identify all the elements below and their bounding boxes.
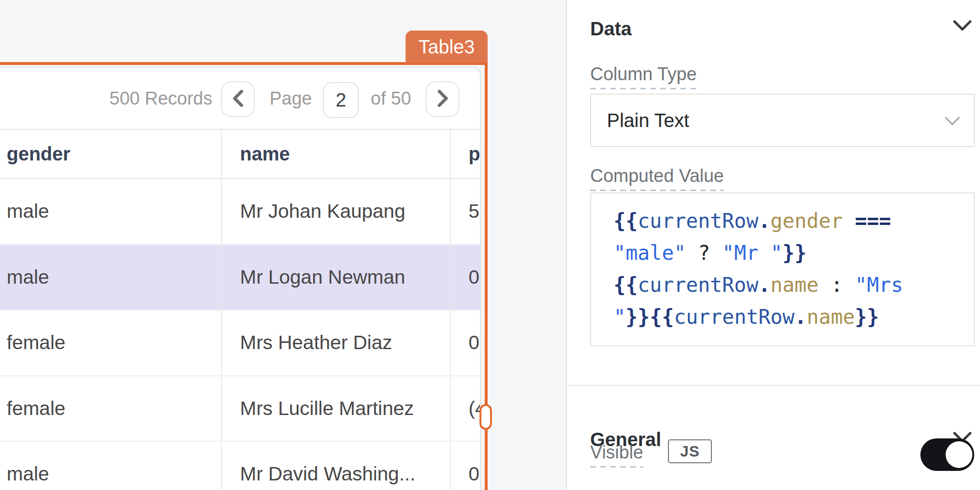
widget-name-label: Table3 [418,36,475,58]
column-header-p[interactable]: p [451,130,480,178]
canvas: Table3 500 Records Page of 50 gender nam… [0,0,980,490]
computed-value-label: Computed Value [590,166,724,191]
code-line: "}}{{currentRow.name}} [614,301,974,333]
table-row[interactable]: maleMr Johan Kaupang5 [0,179,480,245]
cell-name: Mr Logan Newman [222,245,451,310]
chevron-down-icon [944,117,960,128]
code-line: {{currentRow.gender === [614,205,974,237]
section-divider [567,385,980,386]
cell-name: Mr Johan Kaupang [222,179,451,244]
cell-name: Mrs Lucille Martinez [222,376,451,441]
cell-gender: male [0,245,222,310]
widget-resize-handle[interactable] [480,404,492,430]
column-type-label: Column Type [590,64,697,89]
visible-label: Visible [590,442,643,468]
total-pages-label: of 50 [371,87,411,109]
data-section-collapse-button[interactable] [951,18,973,35]
cell-name: Mr David Washing... [222,442,451,490]
table-row[interactable]: femaleMrs Heather Diaz0 [0,310,480,376]
widget-name-tab[interactable]: Table3 [406,31,488,63]
column-header-name[interactable]: name [222,130,451,178]
cell-name: Mrs Heather Diaz [222,310,451,375]
visible-toggle-switch[interactable] [920,438,974,471]
prev-page-button[interactable] [221,81,255,117]
table-row[interactable]: maleMr David Washing...0 [0,442,480,490]
toggle-knob [946,441,972,468]
page-number-input[interactable] [323,82,359,118]
cell-gender: female [0,376,222,441]
cell-gender: male [0,442,222,490]
cell-p: 0 [451,310,480,375]
cell-p: 0 [451,245,480,310]
table-row[interactable]: femaleMrs Lucille Martinez(4 [0,376,480,442]
cell-gender: male [0,179,222,244]
table-row[interactable]: maleMr Logan Newman0 [0,245,480,311]
table-widget: 500 Records Page of 50 gender name p mal… [0,67,481,490]
cell-p: 5 [451,179,480,244]
chevron-down-icon [953,20,972,33]
chevron-right-icon [436,89,450,109]
chevron-left-icon [231,89,245,109]
js-badge-label: JS [680,443,699,460]
table-body: maleMr Johan Kaupang5maleMr Logan Newman… [0,179,480,490]
section-title-data[interactable]: Data [590,18,632,40]
column-header-gender[interactable]: gender [0,130,222,178]
code-line: {{currentRow.name : "Mrs [614,269,974,301]
column-type-value: Plain Text [607,110,689,131]
table-header-row: gender name p [0,129,480,179]
column-type-dropdown[interactable]: Plain Text [590,94,975,147]
code-line: "male" ? "Mr "}} [614,237,974,269]
cell-p: (4 [451,376,480,441]
records-count-label: 500 Records [86,87,212,109]
visible-js-toggle-badge[interactable]: JS [668,439,712,463]
cell-gender: female [0,310,222,375]
cell-p: 0 [451,442,480,490]
computed-value-code-editor[interactable]: {{currentRow.gender ==="male" ? "Mr "}}{… [590,192,975,346]
properties-panel: Data Column Type Plain Text Computed Val… [567,0,980,490]
page-label: Page [270,87,312,109]
next-page-button[interactable] [426,81,459,117]
